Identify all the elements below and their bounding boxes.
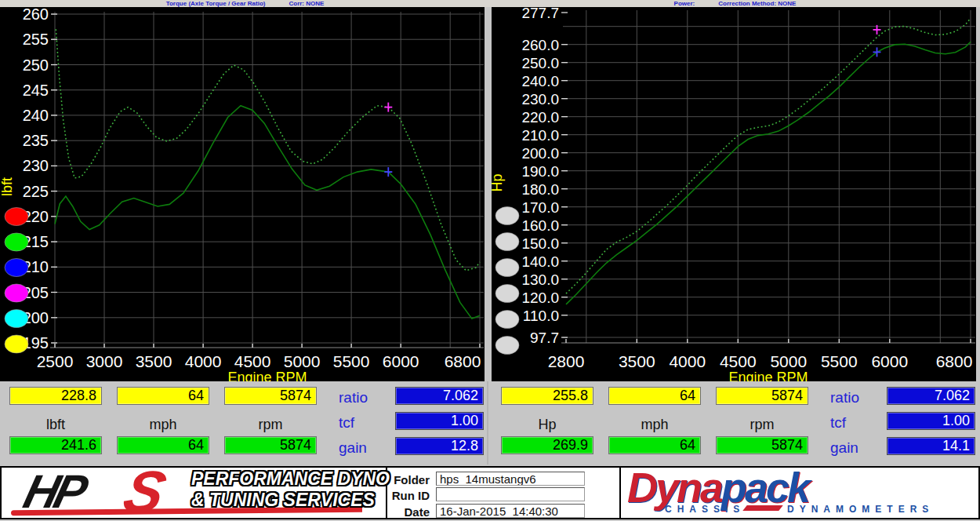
gain-label: gain xyxy=(830,439,880,457)
x-tick-label: 5000 xyxy=(284,352,321,370)
trace-color-button[interactable] xyxy=(5,335,28,353)
speed-unit-label: mph xyxy=(117,417,209,433)
y-tick-label: 230 xyxy=(23,157,49,174)
torque-unit-label: lbft xyxy=(9,417,102,433)
torque-readout-panel: 228.8 64 5874 lbft mph rpm 241.6 64 5874… xyxy=(0,381,485,465)
trace-color-button[interactable] xyxy=(5,233,28,251)
speed-peak-value: 64 xyxy=(117,436,209,454)
ratio-value: 7.062 xyxy=(887,387,975,405)
speed-live-value: 64 xyxy=(608,387,701,405)
trace-color-button[interactable] xyxy=(495,233,519,251)
footer-bar: HP S PERFORMANCE DYNO & TUNING SERVICES … xyxy=(0,466,980,519)
rpm-live-value: 5874 xyxy=(224,387,317,405)
y-tick-label: 97.7 xyxy=(530,330,559,346)
power-readout-panel: 255.8 64 5874 Hp mph rpm 269.9 64 5874 r… xyxy=(492,381,976,465)
torque-chart-plot[interactable]: 2602552502452402352302252202152102052001… xyxy=(0,7,485,381)
ratio-label: ratio xyxy=(339,389,389,406)
power-run-current-solid xyxy=(566,42,971,304)
run-id-input[interactable] xyxy=(436,487,585,501)
gain-value: 14.1 xyxy=(887,437,975,455)
x-tick-label: 6800 xyxy=(936,352,973,370)
x-axis-title: Engine RPM xyxy=(728,370,808,381)
y-tick-label: 190.0 xyxy=(521,163,559,180)
rpm-peak-value: 5874 xyxy=(224,436,317,454)
y-tick-label: 150.0 xyxy=(521,235,559,252)
x-tick-label: 6000 xyxy=(383,352,419,370)
y-tick-label: 210.0 xyxy=(521,127,559,144)
y-tick-label: 120.0 xyxy=(521,290,559,306)
y-tick-label: 140.0 xyxy=(521,253,559,270)
y-axis-title: lbft xyxy=(0,177,15,196)
torque-chart-header: Torque (Axle Torque / Gear Ratio) Corr: … xyxy=(0,0,490,7)
dynapack-chassis-text: CHASSIS xyxy=(665,504,745,515)
y-tick-label: 245 xyxy=(23,82,49,99)
power-chart-plot[interactable]: 277.7260.0250.0240.0230.0220.0210.0200.0… xyxy=(492,7,976,381)
power-live-value: 255.8 xyxy=(501,387,593,405)
torque-run-current-solid xyxy=(55,106,480,319)
x-tick-label: 3500 xyxy=(136,352,172,370)
y-tick-label: 260 xyxy=(23,7,49,23)
x-tick-label: 5500 xyxy=(333,352,370,370)
torque-run-reference-dotted xyxy=(56,29,480,271)
x-tick-label: 4500 xyxy=(234,352,271,370)
date-input[interactable] xyxy=(436,504,585,518)
speed-live-value: 64 xyxy=(117,387,209,405)
power-chart-panel[interactable]: 277.7260.0250.0240.0230.0220.0210.0200.0… xyxy=(492,7,976,381)
y-tick-label: 260.0 xyxy=(521,37,559,53)
torque-chart-title: Torque (Axle Torque / Gear Ratio) xyxy=(166,0,266,7)
y-tick-label: 180.0 xyxy=(521,181,559,198)
rpm-live-value: 5874 xyxy=(716,387,808,405)
x-axis-title: Engine RPM xyxy=(227,370,307,381)
trace-color-button[interactable] xyxy=(5,259,28,277)
x-tick-label: 2500 xyxy=(37,352,74,370)
x-tick-label: 5000 xyxy=(770,352,807,370)
rpm-unit-label: rpm xyxy=(224,417,317,433)
x-tick-label: 3000 xyxy=(86,352,123,370)
y-tick-label: 235 xyxy=(23,132,49,149)
x-tick-label: 4000 xyxy=(669,352,706,370)
trace-color-button[interactable] xyxy=(5,310,28,328)
trace-color-button[interactable] xyxy=(495,311,519,329)
power-run-reference-dotted xyxy=(566,18,971,293)
date-label: Date xyxy=(347,505,430,519)
y-tick-label: 230.0 xyxy=(521,91,559,107)
y-tick-label: 220.0 xyxy=(521,109,559,126)
y-tick-label: 110.0 xyxy=(523,308,559,324)
x-tick-label: 5500 xyxy=(821,352,858,370)
speed-unit-label: mph xyxy=(608,417,701,433)
x-tick-label: 4000 xyxy=(185,352,222,370)
ratio-label: ratio xyxy=(830,389,880,406)
trace-color-button[interactable] xyxy=(495,207,519,225)
torque-chart-panel[interactable]: 2602552502452402352302252202152102052001… xyxy=(0,7,485,381)
power-correction-status: Correction Method: NONE xyxy=(718,0,796,7)
y-tick-label: 240 xyxy=(23,107,49,124)
run-id-label: Run ID xyxy=(347,489,430,502)
y-tick-label: 240.0 xyxy=(521,73,559,89)
torque-peak-value: 241.6 xyxy=(9,436,102,454)
x-tick-label: 6000 xyxy=(871,352,908,370)
gain-label: gain xyxy=(339,439,389,457)
dynapack-dynamometers-text: DYNAMOMETERS xyxy=(787,504,934,515)
trace-color-button[interactable] xyxy=(495,337,519,355)
trace-color-button[interactable] xyxy=(495,285,519,303)
x-tick-label: 3500 xyxy=(619,352,655,370)
torque-live-value: 228.8 xyxy=(9,387,102,405)
y-tick-label: 225 xyxy=(23,183,49,200)
y-tick-label: 277.7 xyxy=(521,7,559,21)
power-unit-label: Hp xyxy=(501,417,593,433)
chart-title-strip: Torque (Axle Torque / Gear Ratio) Corr: … xyxy=(0,0,980,7)
speed-peak-value: 64 xyxy=(608,436,701,454)
x-tick-label: 2800 xyxy=(548,352,585,370)
y-tick-label: 160.0 xyxy=(521,217,559,234)
trace-color-button[interactable] xyxy=(5,208,28,226)
readout-divider xyxy=(487,381,488,465)
y-tick-label: 130.0 xyxy=(521,271,559,288)
y-tick-label: 170.0 xyxy=(521,199,559,216)
trace-color-button[interactable] xyxy=(495,259,519,277)
rpm-unit-label: rpm xyxy=(716,417,808,433)
folder-input[interactable] xyxy=(436,472,585,486)
rpm-peak-value: 5874 xyxy=(716,436,808,454)
trace-color-button[interactable] xyxy=(5,284,28,302)
tcf-value: 1.00 xyxy=(887,412,975,430)
y-axis-title: Hp xyxy=(492,173,505,191)
